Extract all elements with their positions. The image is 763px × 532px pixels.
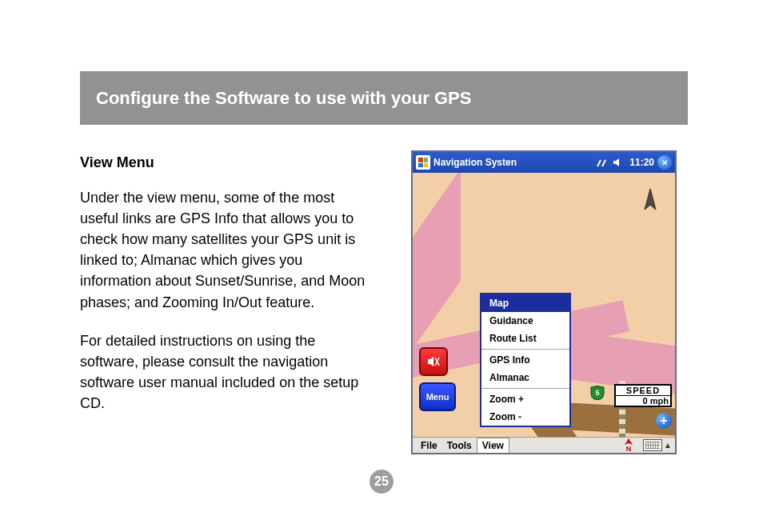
app-title: Navigation Systen [433,157,596,168]
windows-logo-icon [418,158,428,167]
map-canvas[interactable]: Menu 5 SPEED 0 mph + Map Guidance Route … [413,173,675,438]
compass-direction: N [626,445,632,453]
page-number-badge: 25 [370,470,393,494]
speed-label: SPEED [616,386,670,396]
zoom-in-button[interactable]: + [656,413,672,429]
bottombar-view[interactable]: View [477,438,509,453]
svg-text:5: 5 [595,389,599,397]
pda-titlebar: Navigation Systen 11:20 [413,152,675,173]
titlebar-status-icons: 11:20 [596,157,654,168]
route-shield-icon: 5 [590,386,605,400]
view-menu-item-gpsinfo[interactable]: GPS Info [481,351,569,369]
section-header: Configure the Software to use with your … [80,71,688,125]
clock-time[interactable]: 11:20 [629,157,654,168]
connectivity-icon[interactable] [596,157,607,168]
input-panel-arrow-icon[interactable]: ▲ [664,441,672,450]
subheading: View Menu [80,152,376,173]
start-button[interactable] [416,155,430,170]
view-menu-item-almanac[interactable]: Almanac [481,369,569,386]
paragraph-2: For detailed instructions on using the s… [80,330,376,414]
north-arrow-icon [643,189,657,216]
view-menu-item-map[interactable]: Map [481,294,569,312]
view-menu-item-routelist[interactable]: Route List [481,330,569,347]
speaker-icon[interactable] [612,157,623,168]
menu-button[interactable]: Menu [419,382,456,411]
view-menu-item-zoomin[interactable]: Zoom + [481,390,569,408]
pda-bottombar: File Tools View N ▲ [413,437,675,453]
device-screenshot: Navigation Systen 11:20 Menu 5 [411,150,677,454]
bottombar-tools[interactable]: Tools [442,440,477,451]
speed-box: SPEED 0 mph [614,384,672,407]
body-text-column: View Menu Under the view menu, some of t… [80,152,376,431]
menu-divider [481,349,569,350]
mute-button[interactable] [419,347,448,376]
close-button[interactable] [657,155,672,170]
bottombar-file[interactable]: File [416,440,442,451]
compass-indicator[interactable]: N [617,438,640,453]
compass-arrow-icon [624,438,633,445]
menu-divider [481,388,569,389]
speed-value: 0 mph [616,396,670,406]
keyboard-button[interactable] [643,439,662,451]
view-menu-item-zoomout[interactable]: Zoom - [481,408,569,426]
view-menu-popup: Map Guidance Route List GPS Info Almanac… [480,293,571,427]
paragraph-1: Under the view menu, some of the most us… [80,187,376,313]
section-title: Configure the Software to use with your … [96,88,471,109]
view-menu-item-guidance[interactable]: Guidance [481,312,569,330]
